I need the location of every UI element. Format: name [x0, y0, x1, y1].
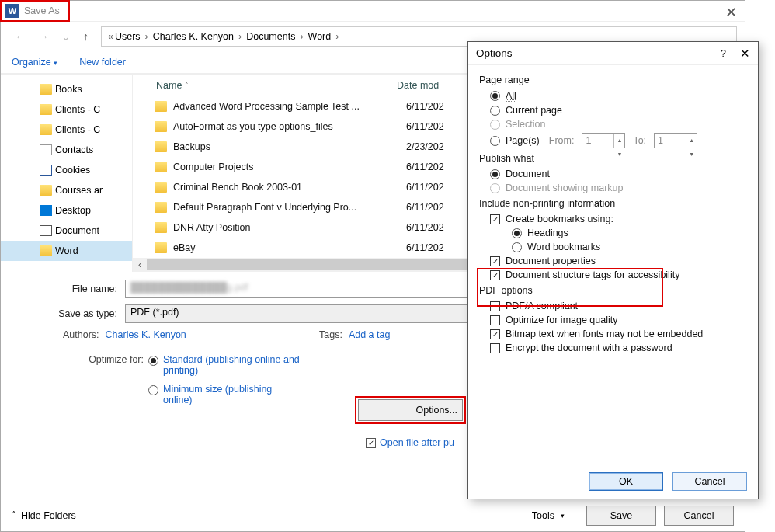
options-button[interactable]: Options... — [358, 399, 463, 421]
breadcrumb-item[interactable]: Word — [308, 31, 332, 42]
folder-icon — [155, 121, 167, 132]
radio-icon — [490, 136, 500, 146]
desktop-icon — [40, 205, 52, 216]
radio-label: Current page — [506, 105, 562, 116]
spin-up-icon[interactable]: ▲ — [614, 134, 624, 148]
sidebar-item-desktop[interactable]: Desktop — [1, 200, 132, 221]
file-date: 6/11/202 — [406, 162, 444, 172]
file-name: AutoFormat as you type options_files — [173, 121, 406, 132]
scroll-left-icon[interactable]: ‹ — [133, 259, 147, 270]
nav-back-icon[interactable]: ← — [9, 27, 32, 46]
file-name: Backups — [173, 141, 406, 152]
sidebar-item-label: Cookies — [55, 165, 90, 176]
new-folder-button[interactable]: New folder — [79, 57, 126, 68]
image-quality-checkbox[interactable]: Optimize for image quality — [490, 315, 747, 325]
chevron-down-icon: ▾ — [561, 512, 565, 520]
to-label: To: — [633, 135, 646, 146]
doc-properties-checkbox[interactable]: Document properties — [490, 256, 747, 266]
bookmarks-headings-radio[interactable]: Headings — [512, 228, 747, 238]
breadcrumb-overflow-icon[interactable]: « — [108, 31, 113, 42]
radio-label: Headings — [527, 228, 568, 238]
sidebar-item-documents[interactable]: Document — [1, 221, 132, 241]
hide-folders-button[interactable]: ˄ Hide Folders — [12, 510, 76, 521]
word-icon: W — [5, 4, 19, 18]
folder-icon — [155, 141, 167, 152]
sidebar-item-cookies[interactable]: Cookies — [1, 160, 132, 180]
radio-label: Minimum size (publishing online) — [163, 384, 303, 405]
optimize-standard-radio[interactable]: Standard (publishing online and printing… — [148, 354, 303, 376]
cookies-icon — [40, 165, 52, 176]
column-name[interactable]: Name˄ — [133, 80, 397, 91]
page-range-label: Page range — [479, 75, 747, 85]
checkbox-label: PDF/A compliant — [506, 301, 578, 311]
nav-forward-icon[interactable]: → — [32, 27, 55, 46]
help-icon[interactable]: ? — [721, 47, 726, 59]
checkbox-icon — [490, 329, 500, 339]
sidebar-item-label: Document — [55, 225, 99, 236]
chevron-up-icon: ˄ — [12, 510, 16, 520]
save-button[interactable]: Save — [586, 506, 656, 526]
nav-history-icon[interactable]: ⌄ — [55, 27, 77, 46]
spin-down-icon[interactable]: ▼ — [614, 148, 624, 162]
folder-icon — [155, 242, 167, 253]
radio-label: All — [506, 90, 516, 102]
spin-down-icon[interactable]: ▼ — [686, 148, 697, 162]
file-name: Default Paragraph Font v Underlying Pro.… — [173, 202, 406, 213]
options-body: Page range All Current page Selection Pa… — [468, 65, 758, 361]
checkbox-label: Open file after pu — [380, 437, 454, 448]
file-date: 6/11/202 — [406, 101, 444, 112]
optimize-minimum-radio[interactable]: Minimum size (publishing online) — [148, 384, 303, 405]
bookmarks-word-radio[interactable]: Word bookmarks — [512, 242, 747, 252]
bitmap-text-checkbox[interactable]: Bitmap text when fonts may not be embedd… — [490, 329, 747, 339]
sidebar-item-courses[interactable]: Courses ar — [1, 180, 132, 200]
options-ok-button[interactable]: OK — [589, 472, 663, 491]
close-icon[interactable]: ✕ — [740, 47, 750, 61]
sidebar-item-clients1[interactable]: Clients - C — [1, 99, 132, 120]
breadcrumb-item[interactable]: Documents — [246, 31, 295, 42]
organize-button[interactable]: Organize ▾ — [12, 57, 57, 68]
radio-label: Document — [506, 169, 550, 179]
sidebar-item-clients2[interactable]: Clients - C — [1, 120, 132, 140]
open-after-checkbox[interactable]: Open file after pu — [366, 437, 454, 448]
checkbox-icon — [490, 270, 500, 280]
page-range-all-radio[interactable]: All — [490, 90, 747, 102]
to-input[interactable]: 1▲▼ — [654, 133, 697, 148]
publish-document-radio[interactable]: Document — [490, 169, 747, 179]
nav-up-icon[interactable]: ↑ — [77, 27, 95, 46]
breadcrumb-item[interactable]: Users — [115, 31, 141, 42]
publish-markup-radio[interactable]: Document showing markup — [490, 183, 747, 193]
sidebar-item-contacts[interactable]: Contacts — [1, 140, 132, 160]
tags-value[interactable]: Add a tag — [349, 329, 391, 340]
pdfa-checkbox[interactable]: PDF/A compliant — [490, 301, 747, 311]
folder-icon — [155, 202, 167, 213]
encrypt-checkbox[interactable]: Encrypt the document with a password — [490, 342, 747, 353]
cancel-button[interactable]: Cancel — [664, 506, 734, 526]
page-range-current-radio[interactable]: Current page — [490, 105, 747, 116]
options-cancel-button[interactable]: Cancel — [672, 472, 747, 491]
page-range-selection-radio[interactable]: Selection — [490, 119, 747, 130]
checkbox-icon — [366, 438, 376, 448]
hide-folders-label: Hide Folders — [21, 510, 76, 521]
close-icon[interactable]: ✕ — [725, 4, 737, 21]
structure-tags-checkbox[interactable]: Document structure tags for accessibilit… — [490, 269, 747, 280]
pdf-options-label: PDF options — [479, 285, 747, 296]
checkbox-label: Document structure tags for accessibilit… — [506, 269, 679, 280]
sidebar: Books Clients - C Clients - C Contacts C… — [1, 75, 133, 272]
file-name: Computer Projects — [173, 162, 406, 172]
checkbox-icon — [490, 256, 500, 266]
folder-icon — [40, 124, 52, 135]
sidebar-item-books[interactable]: Books — [1, 79, 132, 99]
folder-icon — [155, 222, 167, 233]
file-date: 6/11/202 — [406, 121, 444, 132]
spin-up-icon[interactable]: ▲ — [686, 134, 697, 148]
authors-value[interactable]: Charles K. Kenyon — [106, 329, 186, 340]
create-bookmarks-checkbox[interactable]: Create bookmarks using: — [490, 214, 747, 224]
from-input[interactable]: 1▲▼ — [582, 133, 625, 148]
tools-menu[interactable]: Tools▾ — [532, 510, 565, 521]
page-range-pages-radio[interactable]: Page(s) From: 1▲▼ To: 1▲▼ — [490, 133, 747, 148]
file-date: 6/11/202 — [406, 222, 444, 233]
breadcrumb-item[interactable]: Charles K. Kenyon — [153, 31, 234, 42]
folder-icon — [155, 162, 167, 172]
sidebar-item-word[interactable]: Word — [1, 241, 132, 261]
saveastype-label: Save as type: — [16, 308, 125, 319]
